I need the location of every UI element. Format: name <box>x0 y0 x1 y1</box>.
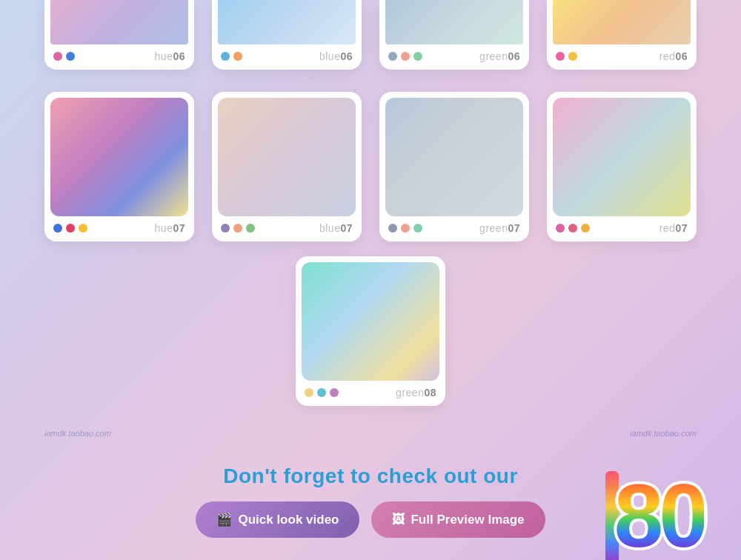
dot3 <box>413 52 422 61</box>
dot3 <box>246 224 255 233</box>
promo-text: Don't forget to check out our <box>223 464 518 488</box>
quick-look-video-label: Quick look video <box>238 513 339 527</box>
dot1 <box>221 52 230 61</box>
card-footer-green08: green08 <box>302 387 439 399</box>
watermark-right: iamdk.taobao.com <box>630 429 697 438</box>
card-footer-blue07: blue07 <box>218 222 356 234</box>
card-red07: red07 <box>547 92 697 241</box>
card-gradient-hue07 <box>50 98 188 216</box>
full-preview-image-label: Full Preview Image <box>411 513 524 527</box>
dots-hue07 <box>53 224 152 233</box>
dot3 <box>79 224 87 233</box>
dot2 <box>568 52 577 61</box>
card-footer-green07: green07 <box>385 222 523 234</box>
dots-blue07 <box>221 224 316 233</box>
dot1 <box>388 224 397 233</box>
card-footer-red06: red06 <box>553 50 691 62</box>
buttons-row: 🎬 Quick look video 🖼 Full Preview Image <box>196 501 545 538</box>
card-label-green06: green06 <box>479 50 520 62</box>
dot1 <box>556 52 565 61</box>
dots-green08 <box>305 388 393 397</box>
dots-hue06 <box>53 52 152 61</box>
video-icon: 🎬 <box>216 512 232 527</box>
dot2 <box>233 52 242 61</box>
cards-row3: green08 <box>0 256 741 406</box>
card-blue07: blue07 <box>212 92 362 241</box>
dots-green07 <box>388 224 476 233</box>
card-green07: green07 <box>379 92 529 241</box>
dot1 <box>53 52 62 61</box>
card-gradient-green07 <box>385 98 523 216</box>
dots-red06 <box>556 52 657 61</box>
card-gradient-blue07 <box>218 98 356 216</box>
card-hue07: hue07 <box>44 92 194 241</box>
card-label-red06: red06 <box>659 50 688 62</box>
card-label-red07: red07 <box>659 222 688 234</box>
card-gradient-red06 <box>553 0 691 44</box>
dot2 <box>66 224 75 233</box>
card-gradient-green06 <box>385 0 523 44</box>
dot1 <box>556 224 565 233</box>
card-gradient-blue06 <box>218 0 356 44</box>
card-hue06: hue06 <box>44 0 194 70</box>
quick-look-video-button[interactable]: 🎬 Quick look video <box>196 501 359 538</box>
dot1 <box>388 52 397 61</box>
card-footer-green06: green06 <box>385 50 523 62</box>
dot1 <box>221 224 230 233</box>
card-label-hue07: hue07 <box>155 222 185 234</box>
dot2 <box>401 224 410 233</box>
card-gradient-red07 <box>553 98 691 216</box>
card-gradient-hue06 <box>50 0 188 44</box>
card-footer-hue07: hue07 <box>50 222 188 234</box>
card-footer-blue06: blue06 <box>218 50 356 62</box>
card-gradient-green08 <box>302 262 439 381</box>
card-red06: red06 <box>547 0 697 70</box>
watermark-left: iamdk.taobao.com <box>44 429 111 438</box>
cards-row2: hue07 blue07 green07 <box>0 84 741 241</box>
dot3 <box>413 224 422 233</box>
dot2 <box>317 388 326 397</box>
dots-red07 <box>556 224 657 233</box>
card-blue06: blue06 <box>212 0 362 70</box>
dots-green06 <box>388 52 476 61</box>
card-green06: green06 <box>379 0 529 70</box>
full-preview-image-button[interactable]: 🖼 Full Preview Image <box>371 501 545 538</box>
card-label-blue07: blue07 <box>319 222 353 234</box>
dot2 <box>568 224 577 233</box>
dot3 <box>581 224 590 233</box>
number-80-colored: 80 <box>614 471 704 560</box>
dot1 <box>53 224 62 233</box>
card-label-blue06: blue06 <box>319 50 353 62</box>
card-footer-red07: red07 <box>553 222 691 234</box>
dot3 <box>330 388 339 397</box>
dot2 <box>66 52 75 61</box>
dot2 <box>233 224 242 233</box>
card-label-hue06: hue06 <box>155 50 185 62</box>
card-green08: green08 <box>296 256 445 406</box>
dots-blue06 <box>221 52 316 61</box>
dot1 <box>305 388 313 397</box>
card-label-green07: green07 <box>479 222 520 234</box>
dot2 <box>401 52 410 61</box>
card-footer-hue06: hue06 <box>50 50 188 62</box>
image-icon: 🖼 <box>392 513 405 527</box>
card-label-green08: green08 <box>396 387 436 399</box>
